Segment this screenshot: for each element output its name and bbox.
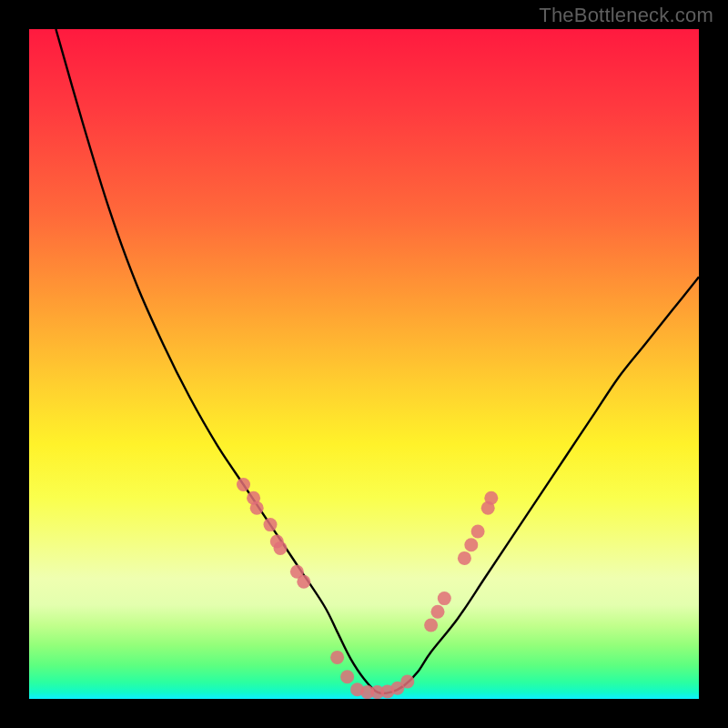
data-marker [464, 538, 478, 551]
data-marker [340, 670, 354, 683]
data-marker [297, 575, 310, 589]
bottleneck-curve [56, 29, 699, 693]
chart-frame: TheBottleneck.com [0, 0, 728, 728]
data-marker [438, 592, 451, 605]
data-marker [424, 619, 438, 632]
data-marker [431, 605, 445, 619]
data-marker [400, 674, 414, 688]
data-marker [484, 491, 498, 505]
plot-area [29, 29, 699, 699]
data-marker [330, 651, 344, 664]
data-marker [250, 501, 264, 515]
watermark: TheBottleneck.com [539, 4, 713, 27]
data-marker [264, 518, 278, 531]
data-marker [471, 525, 485, 539]
chart-svg [29, 29, 699, 699]
data-marker [274, 541, 288, 555]
curve-layer [56, 29, 699, 693]
marker-layer [237, 478, 498, 699]
data-marker [458, 551, 471, 565]
data-marker [237, 478, 250, 491]
